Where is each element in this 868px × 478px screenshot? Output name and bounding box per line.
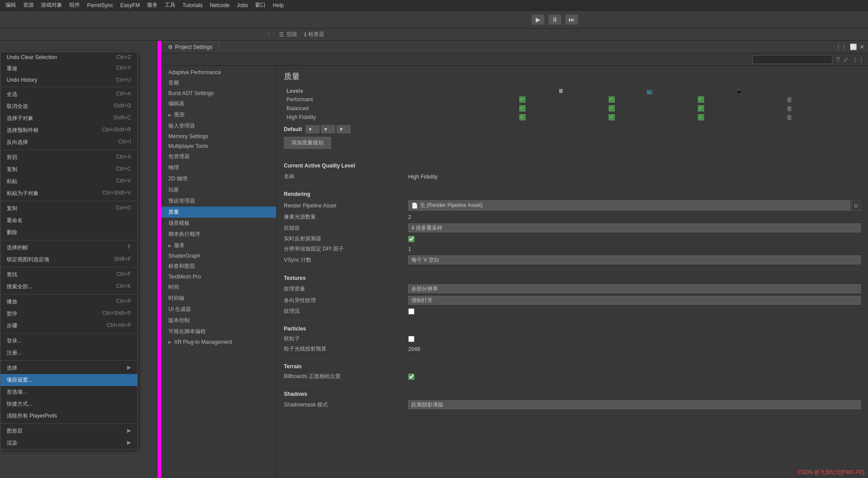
menu-select-prefab-root[interactable]: 选择预制件根Ctrl+Shift+R xyxy=(0,124,137,136)
sidebar-item-physics-2d[interactable]: 2D 物理 xyxy=(161,173,276,184)
realtime-reflections-checkbox[interactable] xyxy=(408,236,414,242)
menu-play[interactable]: 播放Ctrl+P xyxy=(0,296,137,308)
external-link-icon[interactable]: ⤢ xyxy=(843,56,848,63)
menu-search-all[interactable]: 搜索全部...Ctrl+K xyxy=(0,281,137,293)
delete-highfidelity[interactable]: 🗑 xyxy=(786,114,792,121)
menu-help[interactable]: Help xyxy=(269,1,287,9)
menu-select-all[interactable]: 全选Ctrl+A xyxy=(0,88,137,100)
antialiasing-select[interactable]: 4 倍多重采样 xyxy=(408,223,861,232)
texture-streaming-checkbox[interactable] xyxy=(408,308,414,315)
sidebar-item-adaptive-performance[interactable]: Adaptive Performance xyxy=(161,68,276,77)
menu-assets[interactable]: 资源 xyxy=(20,0,37,10)
menu-easyfm[interactable]: EasyFM xyxy=(117,1,143,9)
menu-tools[interactable]: 工具 xyxy=(161,0,179,10)
sidebar-item-ui-builder[interactable]: UI 生成器 xyxy=(161,304,276,315)
menu-lock-view[interactable]: 锁定视图到选定项Shift+F xyxy=(0,254,137,266)
menu-select[interactable]: 选择▶ xyxy=(0,362,137,374)
check-hf-tv[interactable] xyxy=(609,114,615,120)
menu-gameobject[interactable]: 游戏对象 xyxy=(37,0,66,10)
check-balanced-desktop[interactable] xyxy=(519,105,526,112)
menu-window[interactable]: 窗口 xyxy=(251,0,269,10)
menu-deselect-all[interactable]: 取消全选Shift+D xyxy=(0,100,137,112)
check-balanced-mobile[interactable] xyxy=(698,105,704,112)
menu-undo-clear[interactable]: Undo Clear SelectionCtrl+Z xyxy=(0,52,137,63)
help-icon[interactable]: ? xyxy=(836,56,840,63)
menu-render[interactable]: 渲染▶ xyxy=(0,437,137,449)
default-select-3[interactable]: ▼ xyxy=(337,125,350,133)
shadowmask-select[interactable]: 距离阴影薄版 xyxy=(408,400,861,409)
sidebar-item-shadergraph[interactable]: ShaderGraph xyxy=(161,251,276,261)
menu-rename[interactable]: 重命名 xyxy=(0,215,137,227)
menu-undo-history[interactable]: Undo HistoryCtrl+U xyxy=(0,75,137,85)
render-pipeline-browse[interactable]: ⊙ xyxy=(851,201,861,211)
sidebar-item-scene-template[interactable]: 场景模板 xyxy=(161,218,276,229)
menu-find[interactable]: 查找Ctrl+F xyxy=(0,269,137,281)
check-performant-mobile[interactable] xyxy=(698,96,704,103)
sidebar-item-timeline[interactable]: 时间轴 xyxy=(161,293,276,304)
step-button[interactable]: ⏭ xyxy=(565,14,578,25)
sidebar-item-physics[interactable]: 物理 xyxy=(161,162,276,173)
more-options-icon[interactable]: ⋮⋮ xyxy=(852,56,864,63)
sidebar-item-tags-layers[interactable]: 标签和图层 xyxy=(161,261,276,272)
check-balanced-tv[interactable] xyxy=(609,105,615,112)
menu-copy[interactable]: 复制Ctrl+C xyxy=(0,163,137,175)
sidebar-item-multiplayer-tools[interactable]: Multiplayer Tools xyxy=(161,141,276,151)
billboards-checkbox[interactable] xyxy=(408,374,414,380)
sidebar-item-burst-aot[interactable]: Burst AOT Settings xyxy=(161,88,276,98)
sidebar-item-player[interactable]: 玩家 xyxy=(161,184,276,195)
inspector-tab[interactable]: 检查器 xyxy=(308,31,324,38)
sidebar-item-input-manager[interactable]: 输入管理器 xyxy=(161,120,276,131)
sidebar-item-time[interactable]: 时间 xyxy=(161,282,276,293)
sidebar-item-textmesh-pro[interactable]: TextMesh Pro xyxy=(161,272,276,282)
menu-shortcuts[interactable]: 快捷方式... xyxy=(0,398,137,410)
menu-paste[interactable]: 粘贴Ctrl+V xyxy=(0,175,137,187)
soft-particles-checkbox[interactable] xyxy=(408,336,414,342)
menu-select-children[interactable]: 选择子对象Shift+C xyxy=(0,112,137,124)
menu-cut[interactable]: 剪切Ctrl+X xyxy=(0,151,137,163)
menu-jobs[interactable]: Jobs xyxy=(233,1,251,9)
layers-tab[interactable]: 层级 xyxy=(287,31,297,38)
ps-close-icon[interactable]: ✕ xyxy=(860,44,864,50)
default-select-2[interactable]: ▼ xyxy=(321,125,335,133)
check-hf-desktop[interactable] xyxy=(519,114,526,120)
menu-redo[interactable]: 重做Ctrl+Y xyxy=(0,63,137,75)
menu-clear-playerprefs[interactable]: 清除所有 PlayerPrefs xyxy=(0,410,137,422)
sidebar-item-audio[interactable]: 音频 xyxy=(161,77,276,88)
sidebar-item-visual-scripting[interactable]: 可视化脚本编程 xyxy=(161,326,276,337)
sidebar-item-quality[interactable]: 质量 xyxy=(161,207,276,218)
ps-maximize-icon[interactable]: ⬜ xyxy=(850,44,857,50)
sidebar-item-script-execution[interactable]: 脚本执行顺序 xyxy=(161,229,276,240)
menu-pause[interactable]: 暂停Ctrl+Shift+P xyxy=(0,308,137,320)
menu-netcode[interactable]: Netcode xyxy=(206,1,233,9)
ps-more-icon[interactable]: ⋮⋮ xyxy=(836,44,847,50)
search-input[interactable] xyxy=(753,55,832,64)
menu-project-settings[interactable]: 项目设置... xyxy=(0,374,137,386)
menu-tutorials[interactable]: Tutorials xyxy=(179,1,207,9)
menu-invert-selection[interactable]: 反向选择Ctrl+I xyxy=(0,136,137,148)
check-performant-tv[interactable] xyxy=(609,96,615,103)
sidebar-item-graphics[interactable]: 图形 xyxy=(161,109,276,120)
sidebar-item-services[interactable]: 服务 xyxy=(161,240,276,251)
menu-edit[interactable]: 编辑 xyxy=(2,0,20,10)
menu-signin[interactable]: 登录... xyxy=(0,335,137,347)
menu-frame-selected[interactable]: 选择的帧F xyxy=(0,242,137,254)
menu-parrelsync[interactable]: ParrelSync xyxy=(84,1,117,9)
play-button[interactable]: ▶ xyxy=(531,14,545,25)
check-hf-mobile[interactable] xyxy=(698,114,704,120)
sidebar-item-xr-plugin[interactable]: XR Plug-in Management xyxy=(161,337,276,347)
sidebar-item-editor[interactable]: 编辑器 xyxy=(161,98,276,109)
anisotropic-select[interactable]: 强制打开 xyxy=(408,296,861,305)
menu-step[interactable]: 步骤Ctrl+Alt+P xyxy=(0,320,137,332)
menu-services[interactable]: 服务 xyxy=(143,0,161,10)
pause-button[interactable]: ⏸ xyxy=(548,14,561,25)
sidebar-item-package-manager[interactable]: 包管理器 xyxy=(161,151,276,162)
menu-graphics-tier[interactable]: 图形层▶ xyxy=(0,425,137,437)
delete-balanced[interactable]: 🗑 xyxy=(786,105,792,112)
menu-delete[interactable]: 删除 xyxy=(0,227,137,239)
menu-paste-as-child[interactable]: 粘贴为子对象Ctrl+Shift+V xyxy=(0,187,137,199)
check-performant-desktop[interactable] xyxy=(519,96,526,103)
menu-component[interactable]: 组件 xyxy=(66,0,84,10)
vsync-select[interactable]: 每个 V 空白 xyxy=(408,255,861,264)
default-select-1[interactable]: ▼ xyxy=(306,125,319,133)
add-quality-button[interactable]: 添加质量级别 xyxy=(284,137,331,149)
